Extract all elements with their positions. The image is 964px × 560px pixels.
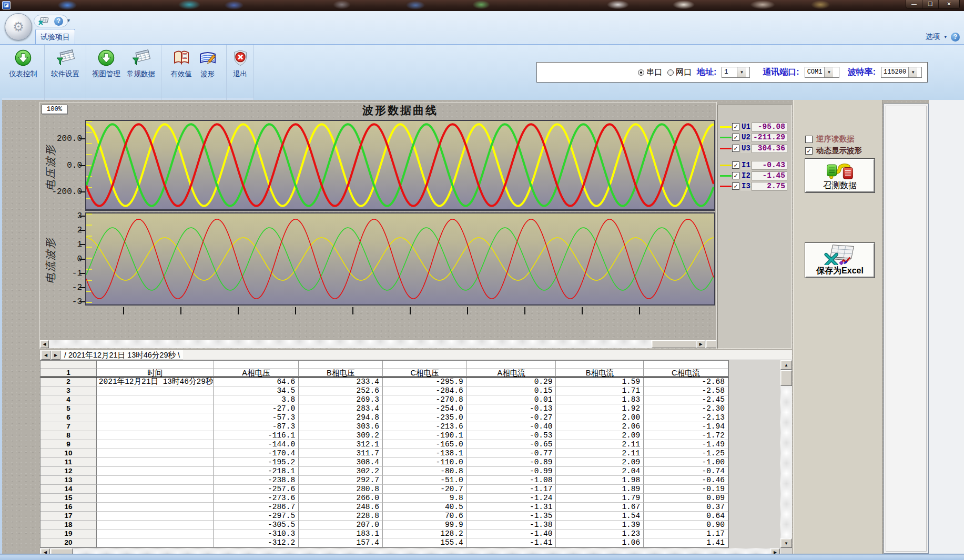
- data-grid: 1时间A相电压B相电压C相电压A相电流B相电流C相电流22021年12月21日 …: [40, 360, 729, 548]
- scroll-down-icon[interactable]: ▼: [780, 538, 792, 548]
- grid-cell: 9.8: [383, 494, 467, 503]
- restore-button[interactable]: ❑: [922, 0, 939, 8]
- ytick-mark: [79, 191, 85, 192]
- series-checkbox[interactable]: ✓: [732, 172, 739, 179]
- scrollbar-thumb[interactable]: [652, 340, 696, 348]
- scroll-right-icon[interactable]: ▶: [696, 340, 705, 348]
- chevron-down-icon[interactable]: ▾: [944, 34, 947, 39]
- ytick-label: -3: [49, 297, 82, 307]
- waveform-chart-region: 100% 波形数据曲线 电压波形 电流波形 200.00.0-200.0 321…: [40, 103, 716, 349]
- ytick-label: 3: [49, 211, 82, 221]
- button-label: 常规数据: [127, 69, 155, 79]
- grid-cell: 99.9: [383, 521, 467, 530]
- grid-cell: -1.72: [644, 431, 728, 440]
- exit-button[interactable]: 退出: [228, 47, 252, 80]
- legend-color-line: [720, 165, 732, 166]
- checkbox-icon[interactable]: [805, 136, 813, 143]
- excel-quick-icon[interactable]: [38, 17, 49, 25]
- series-checkbox[interactable]: ✓: [732, 161, 739, 169]
- grid-cell: [97, 512, 214, 521]
- grid-cell: 1.92: [556, 404, 644, 413]
- scrollbar-thumb[interactable]: [780, 370, 792, 386]
- reverse-read-checkbox-row[interactable]: 逆序读数据: [805, 134, 855, 144]
- fetch-data-button[interactable]: 召测数据: [805, 159, 875, 192]
- series-checkbox[interactable]: ✓: [732, 182, 739, 190]
- download-circle-icon: [97, 48, 116, 67]
- save-excel-button[interactable]: 保存为Excel: [805, 243, 875, 278]
- address-dropdown[interactable]: 1 ▼: [722, 67, 750, 78]
- qat-more-caret-icon[interactable]: ▾: [67, 17, 70, 23]
- xtick-mark: [238, 307, 239, 314]
- quick-access-toolbar: ?: [34, 15, 68, 27]
- row-number-cell: [40, 361, 97, 369]
- ytick-mark: [79, 244, 85, 245]
- tab-test-items[interactable]: 试验项目: [35, 29, 75, 44]
- help-icon[interactable]: ?: [951, 33, 960, 42]
- help-quick-icon[interactable]: ?: [54, 17, 63, 26]
- baud-value: 115200: [881, 67, 908, 77]
- row-number-cell: 11: [40, 458, 97, 467]
- grid-cell: -1.25: [644, 449, 728, 458]
- series-checkbox[interactable]: ✓: [732, 134, 739, 141]
- software-settings-button[interactable]: 软件设置: [48, 47, 82, 80]
- zoom-level-badge[interactable]: 100%: [42, 105, 67, 114]
- grid-cell: 269.3: [299, 395, 383, 404]
- xtick-mark: [180, 307, 181, 314]
- grid-cell: 228.8: [299, 512, 383, 521]
- row-number-cell: 4: [40, 395, 97, 404]
- port-dropdown[interactable]: COM1 ▼: [805, 67, 839, 78]
- grid-cell: 2.00: [556, 413, 644, 422]
- serial-port-radio[interactable]: 串口: [638, 67, 662, 77]
- network-port-radio[interactable]: 网口: [667, 67, 692, 77]
- ytick-label: -2: [49, 283, 82, 292]
- app-window-icon[interactable]: ◪: [2, 1, 11, 9]
- series-value: -1.45: [752, 171, 787, 180]
- chart-horizontal-scrollbar[interactable]: ◀ ▶: [40, 340, 716, 348]
- button-label: 有效值: [170, 69, 192, 79]
- ytick-mark: [79, 138, 85, 139]
- table-vertical-scrollbar[interactable]: ▲ ▼: [780, 360, 792, 548]
- minimize-button[interactable]: —: [906, 0, 922, 8]
- series-value: -211.29: [752, 133, 787, 142]
- table-header-row: 1时间A相电压B相电压C相电压A相电流B相电流C相电流: [40, 369, 728, 378]
- waveform-button[interactable]: 波形: [196, 47, 220, 80]
- grid-cell: 1.39: [556, 521, 644, 530]
- scroll-up-icon[interactable]: ▲: [780, 360, 792, 370]
- ytick-label: -1: [49, 269, 82, 278]
- sheet-tab[interactable]: / 2021年12月21日 13时46分29秒 \: [61, 350, 183, 360]
- legend-color-line: [720, 137, 732, 138]
- grid-cell: -2.68: [644, 378, 728, 386]
- options-menu[interactable]: 选项: [925, 32, 940, 42]
- close-button[interactable]: ✕: [939, 0, 959, 8]
- checkbox-icon[interactable]: ✓: [805, 147, 813, 155]
- window-titlebar: ◪ — ❑ ✕: [0, 0, 964, 11]
- meter-control-button[interactable]: 仪表控制: [6, 47, 40, 80]
- window-controls: — ❑ ✕: [906, 0, 960, 9]
- baud-dropdown[interactable]: 115200 ▼: [881, 67, 922, 78]
- row-number-cell: 18: [40, 521, 97, 530]
- app-menu-orb-button[interactable]: ⚙: [5, 13, 32, 40]
- current-waveform-plot: [85, 212, 715, 306]
- series-checkbox[interactable]: ✓: [732, 123, 739, 130]
- sheet-nav-left-icon[interactable]: ◀: [41, 351, 50, 360]
- grid-cell: -1.00: [644, 458, 728, 467]
- regular-data-button[interactable]: 常规数据: [124, 47, 158, 80]
- data-table-region: ◀ ▶ / 2021年12月21日 13时46分29秒 \ 1时间A相电压B相电…: [40, 350, 792, 557]
- grid-cell: C相电流: [644, 369, 728, 378]
- scroll-left-icon[interactable]: ◀: [40, 340, 49, 348]
- xtick-mark: [582, 307, 583, 314]
- window-right-margin: [929, 100, 964, 554]
- grid-cell: -1.49: [644, 440, 728, 449]
- grid-cell: 283.4: [299, 404, 383, 413]
- dynamic-display-checkbox-row[interactable]: ✓ 动态显示波形: [805, 146, 862, 156]
- series-checkbox[interactable]: ✓: [732, 145, 739, 152]
- grid-cell: 1.67: [556, 503, 644, 512]
- legend-row-I3: ✓I3:2.75: [718, 182, 793, 191]
- grid-cell: -2.58: [644, 386, 728, 395]
- table-row: 8-116.1309.2-190.1-0.532.09-1.72: [40, 431, 728, 440]
- sheet-nav-right-icon[interactable]: ▶: [51, 351, 60, 360]
- view-management-button[interactable]: 视图管理: [89, 47, 123, 80]
- reverse-read-label: 逆序读数据: [816, 134, 855, 144]
- rms-values-button[interactable]: 有效值: [168, 47, 195, 80]
- grid-cell: -170.4: [214, 449, 299, 458]
